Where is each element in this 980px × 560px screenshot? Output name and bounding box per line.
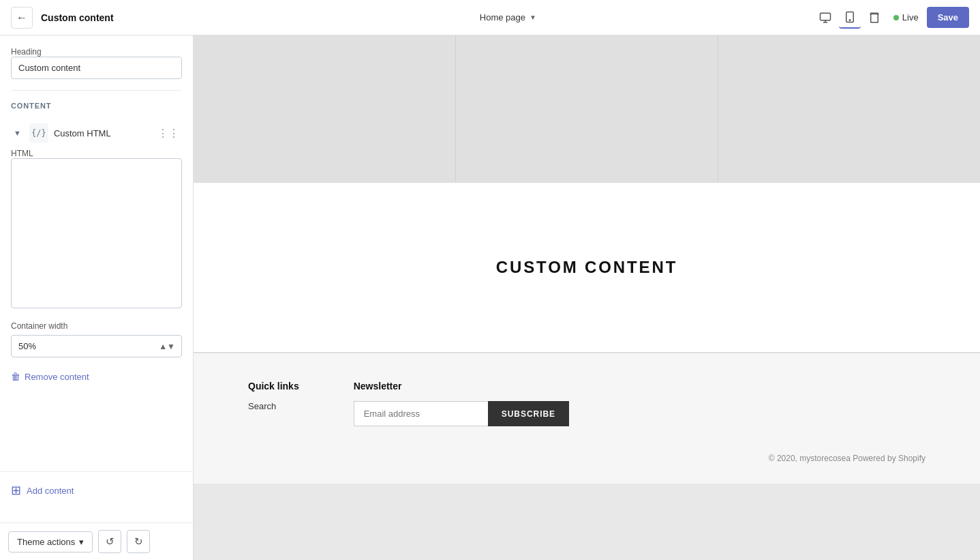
live-indicator: Live [893, 12, 919, 23]
footer-copyright: © 2020, mystorecosea Powered by Shopify [248, 454, 925, 463]
redo-button[interactable]: ↻ [127, 530, 150, 553]
topbar-center: Home page ▼ [210, 12, 806, 23]
page-title: Custom content [41, 12, 114, 23]
canvas-header-images [194, 35, 980, 182]
remove-content-label: Remove content [25, 372, 89, 382]
canvas-main-section: CUSTOM CONTENT [194, 182, 980, 353]
subscribe-button[interactable]: SUBSCRIBE [488, 401, 569, 426]
newsletter-title: Newsletter [354, 381, 569, 392]
topbar-right: Live Save [814, 7, 969, 29]
save-button[interactable]: Save [927, 7, 969, 28]
undo-button[interactable]: ↺ [98, 530, 121, 553]
main-layout: Heading CONTENT ▼ {/} Custom HTML ⋮⋮ HTM… [0, 35, 980, 560]
add-content-section: ⊞ Add content [0, 471, 193, 509]
quick-links-search: Search [248, 401, 299, 411]
theme-actions-button[interactable]: Theme actions ▾ [8, 531, 93, 552]
sidebar-footer: Theme actions ▾ ↺ ↻ [0, 522, 193, 560]
theme-actions-arrow-icon: ▾ [79, 537, 84, 547]
html-field-label: HTML [11, 149, 33, 158]
live-dot [893, 15, 899, 20]
container-width-label: Container width [11, 321, 182, 331]
undo-icon: ↺ [106, 535, 114, 548]
redo-icon: ↻ [134, 535, 143, 548]
header-image-1 [194, 35, 456, 182]
back-button[interactable]: ← [11, 7, 33, 29]
html-icon: {/} [29, 123, 48, 143]
canvas-footer: Quick links Search Newsletter SUBSCRIBE … [194, 353, 980, 484]
sidebar-content: Heading CONTENT ▼ {/} Custom HTML ⋮⋮ HTM… [0, 35, 193, 471]
footer-columns: Quick links Search Newsletter SUBSCRIBE [248, 381, 925, 426]
add-icon: ⊞ [11, 483, 21, 498]
quick-links-col: Quick links Search [248, 381, 299, 426]
quick-links-title: Quick links [248, 381, 299, 392]
custom-html-label: Custom HTML [54, 128, 152, 138]
content-section-label: CONTENT [11, 102, 182, 110]
live-label: Live [902, 12, 919, 23]
header-image-2 [456, 35, 718, 182]
divider-1 [11, 90, 182, 91]
add-content-label: Add content [27, 486, 74, 496]
mobile-view-button[interactable] [863, 7, 885, 29]
page-selector-label: Home page [480, 12, 525, 23]
view-icons [814, 7, 885, 29]
trash-icon: 🗑 [11, 371, 20, 382]
drag-handle-icon[interactable]: ⋮⋮ [157, 127, 179, 140]
newsletter-col: Newsletter SUBSCRIBE [354, 381, 569, 426]
sidebar: Heading CONTENT ▼ {/} Custom HTML ⋮⋮ HTM… [0, 35, 194, 560]
container-width-wrapper: 25% 33% 50% 66% 75% 100% ▲▼ [11, 335, 182, 357]
html-textarea[interactable] [11, 158, 182, 308]
container-width-select[interactable]: 25% 33% 50% 66% 75% 100% [11, 335, 182, 357]
back-icon: ← [16, 12, 27, 24]
header-image-3 [718, 35, 980, 182]
heading-label: Heading [11, 47, 42, 57]
remove-content-button[interactable]: 🗑 Remove content [11, 368, 89, 385]
page-selector-button[interactable]: Home page ▼ [480, 12, 536, 23]
email-input[interactable] [354, 401, 488, 426]
tablet-view-button[interactable] [839, 7, 861, 29]
custom-html-item[interactable]: ▼ {/} Custom HTML ⋮⋮ [11, 118, 182, 148]
topbar: ← Custom content Home page ▼ Live Save [0, 0, 980, 35]
newsletter-form: SUBSCRIBE [354, 401, 569, 426]
custom-content-title: CUSTOM CONTENT [496, 258, 678, 277]
chevron-down-icon: ▼ [530, 14, 536, 21]
svg-point-2 [849, 19, 851, 20]
desktop-view-button[interactable] [814, 7, 836, 29]
heading-input[interactable] [11, 57, 182, 79]
svg-rect-0 [820, 13, 830, 20]
add-content-button[interactable]: ⊞ Add content [11, 480, 74, 501]
theme-actions-label: Theme actions [17, 537, 75, 547]
chevron-icon: ▼ [14, 129, 21, 137]
topbar-left: ← Custom content [11, 7, 202, 29]
canvas-area: CUSTOM CONTENT Quick links Search Newsle… [194, 35, 980, 560]
